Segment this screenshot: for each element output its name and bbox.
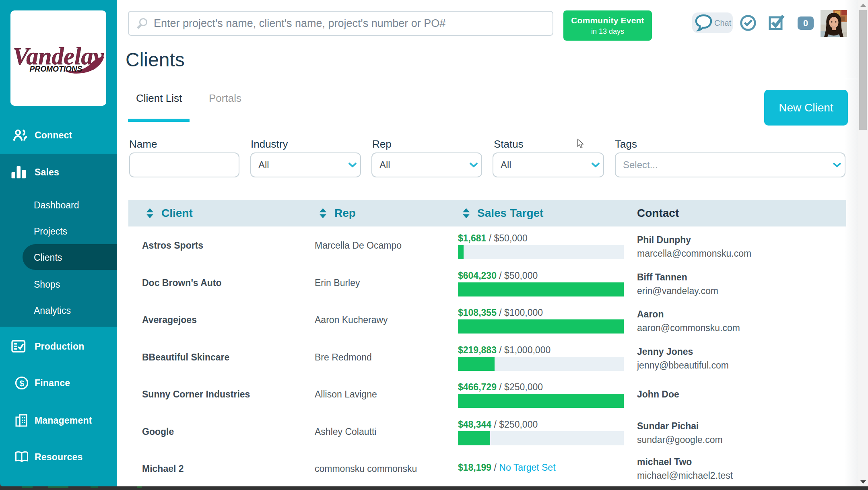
svg-text:PROMOTIONS: PROMOTIONS <box>30 64 83 73</box>
svg-text:$: $ <box>19 379 24 388</box>
